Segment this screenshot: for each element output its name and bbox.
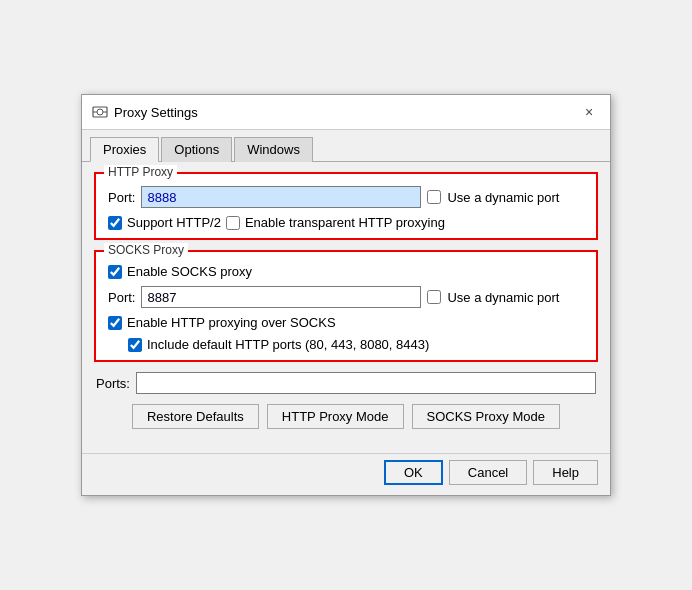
tab-options[interactable]: Options — [161, 137, 232, 162]
enable-socks-label: Enable SOCKS proxy — [127, 264, 252, 279]
socks-proxy-section: SOCKS Proxy Enable SOCKS proxy Port: Use… — [94, 250, 598, 362]
http-dynamic-port-label: Use a dynamic port — [447, 190, 559, 205]
socks-proxy-inner: Enable SOCKS proxy Port: Use a dynamic p… — [108, 264, 584, 352]
tab-bar: Proxies Options Windows — [82, 130, 610, 162]
enable-transparent-checkbox[interactable] — [226, 216, 240, 230]
http-proxy-mode-button[interactable]: HTTP Proxy Mode — [267, 404, 404, 429]
close-button[interactable]: × — [578, 101, 600, 123]
enable-transparent-label: Enable transparent HTTP proxying — [245, 215, 445, 230]
http-dynamic-port-checkbox[interactable] — [427, 190, 441, 204]
ok-button[interactable]: OK — [384, 460, 443, 485]
dialog-footer: OK Cancel Help — [82, 453, 610, 495]
enable-http-over-socks-label: Enable HTTP proxying over SOCKS — [127, 315, 336, 330]
tab-windows[interactable]: Windows — [234, 137, 313, 162]
socks-dynamic-port-label: Use a dynamic port — [447, 290, 559, 305]
support-http2-checkbox[interactable] — [108, 216, 122, 230]
http-port-input[interactable] — [141, 186, 421, 208]
title-bar: Proxy Settings × — [82, 95, 610, 130]
socks-proxy-label: SOCKS Proxy — [104, 243, 188, 257]
socks-proxy-mode-button[interactable]: SOCKS Proxy Mode — [412, 404, 561, 429]
ports-input[interactable] — [136, 372, 596, 394]
proxy-icon — [92, 104, 108, 120]
ports-row: Ports: — [94, 372, 598, 394]
action-buttons: Restore Defaults HTTP Proxy Mode SOCKS P… — [94, 404, 598, 429]
ports-label: Ports: — [96, 376, 130, 391]
enable-socks-row: Enable SOCKS proxy — [108, 264, 584, 279]
socks-dynamic-port-checkbox[interactable] — [427, 290, 441, 304]
include-default-ports-label: Include default HTTP ports (80, 443, 808… — [147, 337, 429, 352]
socks-port-label: Port: — [108, 290, 135, 305]
include-default-ports-checkbox[interactable] — [128, 338, 142, 352]
help-button[interactable]: Help — [533, 460, 598, 485]
http-port-label: Port: — [108, 190, 135, 205]
http-proxy-section: HTTP Proxy Port: Use a dynamic port Supp… — [94, 172, 598, 240]
proxy-settings-dialog: Proxy Settings × Proxies Options Windows… — [81, 94, 611, 496]
title-bar-left: Proxy Settings — [92, 104, 198, 120]
dialog-title: Proxy Settings — [114, 105, 198, 120]
http-port-row: Port: Use a dynamic port — [108, 186, 584, 208]
svg-point-1 — [97, 109, 103, 115]
enable-socks-checkbox[interactable] — [108, 265, 122, 279]
support-http2-label: Support HTTP/2 — [127, 215, 221, 230]
socks-port-input[interactable] — [141, 286, 421, 308]
enable-http-over-socks-checkbox[interactable] — [108, 316, 122, 330]
tab-content: HTTP Proxy Port: Use a dynamic port Supp… — [82, 162, 610, 453]
support-http2-row: Support HTTP/2 Enable transparent HTTP p… — [108, 215, 584, 230]
include-default-ports-row: Include default HTTP ports (80, 443, 808… — [128, 337, 584, 352]
http-proxy-inner: Port: Use a dynamic port Support HTTP/2 … — [108, 186, 584, 230]
cancel-button[interactable]: Cancel — [449, 460, 527, 485]
http-proxy-label: HTTP Proxy — [104, 165, 177, 179]
tab-proxies[interactable]: Proxies — [90, 137, 159, 162]
socks-port-row: Port: Use a dynamic port — [108, 286, 584, 308]
enable-http-over-socks-row: Enable HTTP proxying over SOCKS — [108, 315, 584, 330]
restore-defaults-button[interactable]: Restore Defaults — [132, 404, 259, 429]
